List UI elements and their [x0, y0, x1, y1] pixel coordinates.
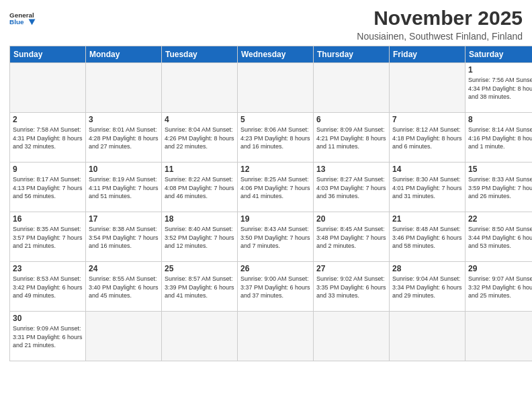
day-cell: 13Sunrise: 8:27 AM Sunset: 4:03 PM Dayli…	[314, 163, 390, 212]
day-number: 29	[468, 264, 532, 273]
week-row-1: 1Sunrise: 7:56 AM Sunset: 4:34 PM Daylig…	[10, 63, 533, 113]
day-info: Sunrise: 8:55 AM Sunset: 3:40 PM Dayligh…	[89, 275, 159, 300]
day-info: Sunrise: 8:09 AM Sunset: 4:21 PM Dayligh…	[316, 126, 386, 151]
svg-text:Blue: Blue	[9, 18, 24, 26]
day-number: 3	[89, 115, 159, 124]
day-cell	[238, 312, 314, 361]
day-info: Sunrise: 8:01 AM Sunset: 4:28 PM Dayligh…	[89, 126, 159, 151]
day-cell: 21Sunrise: 8:48 AM Sunset: 3:46 PM Dayli…	[390, 212, 466, 262]
day-info: Sunrise: 8:50 AM Sunset: 3:44 PM Dayligh…	[468, 225, 532, 250]
day-info: Sunrise: 7:56 AM Sunset: 4:34 PM Dayligh…	[468, 76, 532, 101]
day-number: 10	[89, 165, 159, 174]
day-cell: 17Sunrise: 8:38 AM Sunset: 3:54 PM Dayli…	[86, 212, 162, 262]
day-number: 1	[468, 65, 532, 75]
header-monday: Monday	[86, 46, 162, 63]
day-number: 11	[165, 165, 234, 174]
day-info: Sunrise: 8:45 AM Sunset: 3:48 PM Dayligh…	[316, 225, 386, 250]
header-thursday: Thursday	[314, 46, 390, 63]
day-number: 12	[240, 165, 310, 174]
day-info: Sunrise: 8:30 AM Sunset: 4:01 PM Dayligh…	[392, 175, 462, 201]
header-saturday: Saturday	[466, 46, 533, 63]
day-info: Sunrise: 8:48 AM Sunset: 3:46 PM Dayligh…	[392, 225, 462, 250]
day-info: Sunrise: 8:06 AM Sunset: 4:23 PM Dayligh…	[240, 126, 310, 151]
day-cell: 5Sunrise: 8:06 AM Sunset: 4:23 PM Daylig…	[238, 113, 314, 163]
header-wednesday: Wednesday	[238, 46, 314, 63]
day-number: 16	[13, 214, 83, 224]
day-number: 8	[468, 115, 532, 124]
page: General Blue November 2025 Nousiainen, S…	[0, 0, 532, 368]
day-cell: 3Sunrise: 8:01 AM Sunset: 4:28 PM Daylig…	[86, 113, 162, 163]
day-info: Sunrise: 8:53 AM Sunset: 3:42 PM Dayligh…	[13, 275, 83, 300]
day-info: Sunrise: 8:43 AM Sunset: 3:50 PM Dayligh…	[240, 225, 310, 250]
day-cell	[86, 312, 162, 361]
day-number: 6	[316, 115, 386, 124]
day-cell: 16Sunrise: 8:35 AM Sunset: 3:57 PM Dayli…	[10, 212, 86, 262]
day-cell	[162, 312, 238, 361]
day-info: Sunrise: 9:04 AM Sunset: 3:34 PM Dayligh…	[392, 275, 462, 300]
day-info: Sunrise: 8:38 AM Sunset: 3:54 PM Dayligh…	[89, 225, 159, 250]
day-cell	[10, 63, 86, 113]
day-number: 9	[13, 165, 83, 174]
day-info: Sunrise: 9:09 AM Sunset: 3:31 PM Dayligh…	[13, 324, 83, 350]
weekday-header-row: Sunday Monday Tuesday Wednesday Thursday…	[10, 46, 533, 63]
month-title: November 2025	[357, 7, 523, 30]
day-info: Sunrise: 8:04 AM Sunset: 4:26 PM Dayligh…	[165, 126, 234, 151]
day-info: Sunrise: 7:58 AM Sunset: 4:31 PM Dayligh…	[13, 126, 83, 151]
day-info: Sunrise: 8:22 AM Sunset: 4:08 PM Dayligh…	[165, 175, 234, 201]
day-cell: 22Sunrise: 8:50 AM Sunset: 3:44 PM Dayli…	[466, 212, 533, 262]
logo: General Blue	[9, 7, 39, 31]
day-cell	[314, 63, 390, 113]
day-number: 21	[392, 214, 462, 224]
day-info: Sunrise: 8:35 AM Sunset: 3:57 PM Dayligh…	[13, 225, 83, 250]
day-cell	[238, 63, 314, 113]
day-number: 27	[316, 264, 386, 273]
week-row-5: 23Sunrise: 8:53 AM Sunset: 3:42 PM Dayli…	[10, 262, 533, 312]
day-info: Sunrise: 8:12 AM Sunset: 4:18 PM Dayligh…	[392, 126, 462, 151]
day-info: Sunrise: 8:25 AM Sunset: 4:06 PM Dayligh…	[240, 175, 310, 201]
day-cell: 2Sunrise: 7:58 AM Sunset: 4:31 PM Daylig…	[10, 113, 86, 163]
day-number: 30	[13, 314, 83, 323]
day-cell: 9Sunrise: 8:17 AM Sunset: 4:13 PM Daylig…	[10, 163, 86, 212]
day-info: Sunrise: 8:19 AM Sunset: 4:11 PM Dayligh…	[89, 175, 159, 201]
day-cell: 7Sunrise: 8:12 AM Sunset: 4:18 PM Daylig…	[390, 113, 466, 163]
day-number: 25	[165, 264, 234, 273]
header: General Blue November 2025 Nousiainen, S…	[9, 7, 523, 42]
day-number: 17	[89, 214, 159, 224]
day-cell: 1Sunrise: 7:56 AM Sunset: 4:34 PM Daylig…	[466, 63, 533, 113]
day-number: 7	[392, 115, 462, 124]
day-number: 22	[468, 214, 532, 224]
day-info: Sunrise: 8:33 AM Sunset: 3:59 PM Dayligh…	[468, 175, 532, 201]
week-row-4: 16Sunrise: 8:35 AM Sunset: 3:57 PM Dayli…	[10, 212, 533, 262]
day-number: 26	[240, 264, 310, 273]
day-info: Sunrise: 8:57 AM Sunset: 3:39 PM Dayligh…	[165, 275, 234, 300]
day-number: 14	[392, 165, 462, 174]
day-cell	[162, 63, 238, 113]
day-cell: 4Sunrise: 8:04 AM Sunset: 4:26 PM Daylig…	[162, 113, 238, 163]
day-cell: 12Sunrise: 8:25 AM Sunset: 4:06 PM Dayli…	[238, 163, 314, 212]
day-cell: 19Sunrise: 8:43 AM Sunset: 3:50 PM Dayli…	[238, 212, 314, 262]
title-area: November 2025 Nousiainen, Southwest Finl…	[357, 7, 523, 42]
day-number: 24	[89, 264, 159, 273]
day-cell	[314, 312, 390, 361]
day-cell: 30Sunrise: 9:09 AM Sunset: 3:31 PM Dayli…	[10, 312, 86, 361]
generalblue-logo-icon: General Blue	[9, 7, 39, 31]
header-sunday: Sunday	[10, 46, 86, 63]
day-info: Sunrise: 8:17 AM Sunset: 4:13 PM Dayligh…	[13, 175, 83, 201]
day-cell: 15Sunrise: 8:33 AM Sunset: 3:59 PM Dayli…	[466, 163, 533, 212]
day-number: 13	[316, 165, 386, 174]
calendar-table: Sunday Monday Tuesday Wednesday Thursday…	[9, 46, 532, 361]
day-cell: 23Sunrise: 8:53 AM Sunset: 3:42 PM Dayli…	[10, 262, 86, 312]
day-cell	[390, 312, 466, 361]
day-info: Sunrise: 9:00 AM Sunset: 3:37 PM Dayligh…	[240, 275, 310, 300]
header-tuesday: Tuesday	[162, 46, 238, 63]
day-number: 4	[165, 115, 234, 124]
day-cell: 20Sunrise: 8:45 AM Sunset: 3:48 PM Dayli…	[314, 212, 390, 262]
day-number: 5	[240, 115, 310, 124]
day-cell: 8Sunrise: 8:14 AM Sunset: 4:16 PM Daylig…	[466, 113, 533, 163]
day-number: 23	[13, 264, 83, 273]
week-row-2: 2Sunrise: 7:58 AM Sunset: 4:31 PM Daylig…	[10, 113, 533, 163]
day-info: Sunrise: 8:14 AM Sunset: 4:16 PM Dayligh…	[468, 126, 532, 151]
week-row-3: 9Sunrise: 8:17 AM Sunset: 4:13 PM Daylig…	[10, 163, 533, 212]
day-info: Sunrise: 8:40 AM Sunset: 3:52 PM Dayligh…	[165, 225, 234, 250]
day-cell	[86, 63, 162, 113]
